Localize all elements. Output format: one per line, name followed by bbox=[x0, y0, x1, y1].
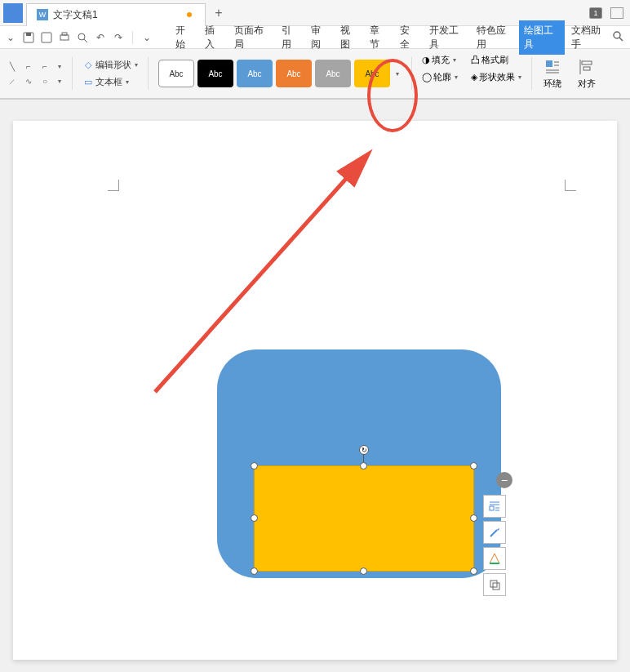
menu-page-layout[interactable]: 页面布局 bbox=[229, 20, 275, 55]
document-page[interactable]: ↻ − bbox=[13, 121, 617, 660]
format-painter-label: 格式刷 bbox=[481, 54, 508, 66]
menu-doc-assistant[interactable]: 文档助手 bbox=[566, 20, 612, 55]
shape-button[interactable] bbox=[483, 547, 506, 570]
menu-chapter[interactable]: 章节 bbox=[365, 20, 393, 55]
align-label: 对齐 bbox=[578, 78, 596, 90]
resize-handle-mr[interactable] bbox=[470, 514, 477, 522]
resize-handle-tc[interactable] bbox=[360, 462, 367, 470]
loop-shape-icon[interactable]: ○ bbox=[38, 74, 52, 87]
shape-lines-group: ╲ ⌐ ⌐ ▾ ⟋ ∿ ○ ▾ bbox=[5, 52, 65, 95]
wrap-label: 环绕 bbox=[543, 78, 561, 90]
svg-rect-15 bbox=[583, 67, 590, 70]
style-yellow[interactable]: Abc bbox=[354, 60, 390, 87]
dropdown-icon[interactable]: ⌄ bbox=[3, 30, 18, 45]
curve-shape-icon[interactable]: ⟋ bbox=[5, 74, 20, 87]
window-control-icon[interactable] bbox=[610, 7, 623, 19]
collapse-button[interactable]: − bbox=[496, 472, 512, 488]
svg-rect-19 bbox=[490, 506, 494, 510]
edit-button[interactable] bbox=[483, 521, 506, 544]
fill-icon: ◑ bbox=[422, 55, 430, 65]
align-icon bbox=[578, 58, 596, 76]
menu-references[interactable]: 引用 bbox=[277, 20, 304, 55]
fill-outline-group: ◑填充▾ ◯轮廓▾ bbox=[419, 52, 461, 95]
search-icon[interactable] bbox=[612, 30, 623, 44]
wrap-icon bbox=[543, 58, 561, 76]
svg-line-6 bbox=[84, 39, 87, 42]
svg-rect-26 bbox=[490, 581, 497, 587]
margin-corner-tl-icon bbox=[108, 180, 119, 191]
style-gray[interactable]: Abc bbox=[315, 60, 351, 87]
wrap-button[interactable]: 环绕 bbox=[539, 52, 566, 95]
align-button[interactable]: 对齐 bbox=[573, 52, 601, 95]
resize-handle-bl[interactable] bbox=[251, 567, 258, 575]
svg-rect-3 bbox=[60, 35, 69, 40]
print-icon[interactable] bbox=[57, 30, 72, 45]
text-box-button[interactable]: ▭文本框▾ bbox=[79, 74, 141, 90]
effect-icon: ◈ bbox=[471, 72, 477, 82]
style-black[interactable]: Abc bbox=[197, 60, 233, 87]
shape-effect-button[interactable]: ◈形状效果▾ bbox=[468, 69, 525, 85]
menu-dev-tools[interactable]: 开发工具 bbox=[424, 20, 470, 55]
ribbon: ╲ ⌐ ⌐ ▾ ⟋ ∿ ○ ▾ ◇编辑形状▾ ▭文本框▾ Abc Abc Abc… bbox=[0, 49, 630, 100]
svg-line-8 bbox=[619, 38, 623, 41]
fill-label: 填充 bbox=[432, 54, 450, 66]
svg-point-5 bbox=[78, 33, 85, 40]
more-styles-icon[interactable]: ▾ bbox=[393, 70, 402, 78]
menu-drawing-tools[interactable]: 绘图工具 bbox=[519, 20, 565, 55]
redo-icon[interactable]: ↷ bbox=[111, 30, 126, 45]
resize-handle-tr[interactable] bbox=[470, 462, 477, 470]
rectangle-shape-selected[interactable]: ↻ bbox=[254, 465, 474, 572]
document-tab[interactable]: W 文字文稿1 bbox=[26, 3, 206, 26]
style-blue[interactable]: Abc bbox=[237, 60, 273, 87]
format-effect-group: 凸格式刷 ◈形状效果▾ bbox=[468, 52, 525, 95]
print-preview-icon[interactable] bbox=[75, 30, 90, 45]
svg-rect-27 bbox=[493, 583, 499, 590]
menu-view[interactable]: 视图 bbox=[335, 20, 363, 55]
style-orange[interactable]: Abc bbox=[276, 60, 312, 87]
rotate-handle[interactable]: ↻ bbox=[359, 445, 369, 455]
menu-special[interactable]: 特色应用 bbox=[472, 20, 517, 55]
style-white[interactable]: Abc bbox=[158, 60, 194, 87]
more-shapes-icon[interactable]: ▾ bbox=[54, 74, 65, 87]
resize-handle-tl[interactable] bbox=[251, 462, 258, 470]
outline-button[interactable]: ◯轮廓▾ bbox=[419, 69, 461, 85]
fill-button[interactable]: ◑填充▾ bbox=[419, 52, 461, 68]
app-icon bbox=[3, 3, 23, 23]
edit-group: ◇编辑形状▾ ▭文本框▾ bbox=[79, 52, 141, 95]
brush-icon: 凸 bbox=[471, 54, 480, 66]
resize-handle-br[interactable] bbox=[470, 567, 477, 575]
svg-rect-9 bbox=[546, 60, 552, 67]
svg-rect-1 bbox=[26, 33, 31, 36]
more-lines-icon[interactable]: ▾ bbox=[54, 60, 65, 73]
svg-marker-24 bbox=[490, 554, 499, 563]
tab-title: 文字文稿1 bbox=[53, 8, 187, 22]
save-icon[interactable] bbox=[21, 30, 36, 45]
elbow-shape-icon[interactable]: ⌐ bbox=[21, 60, 36, 73]
resize-handle-bc[interactable] bbox=[360, 567, 367, 575]
notification-badge[interactable]: 1 bbox=[589, 7, 602, 19]
text-box-icon: ▭ bbox=[82, 77, 94, 88]
line-shape-icon[interactable]: ╲ bbox=[5, 60, 20, 73]
unsaved-indicator-icon bbox=[187, 12, 192, 17]
svg-point-7 bbox=[614, 32, 620, 38]
menu-review[interactable]: 审阅 bbox=[306, 20, 334, 55]
save-as-icon[interactable] bbox=[39, 30, 54, 45]
arc-shape-icon[interactable]: ∿ bbox=[21, 74, 36, 87]
menu-security[interactable]: 安全 bbox=[395, 20, 423, 55]
edit-shape-icon: ◇ bbox=[82, 60, 94, 71]
undo-icon[interactable]: ↶ bbox=[93, 30, 108, 45]
copy-button[interactable] bbox=[483, 573, 506, 596]
connector-icon[interactable]: ⌐ bbox=[38, 60, 52, 73]
shape-styles-gallery: Abc Abc Abc Abc Abc Abc ▾ bbox=[155, 52, 405, 95]
floating-toolbar: − bbox=[483, 472, 512, 596]
resize-handle-ml[interactable] bbox=[251, 514, 258, 522]
svg-rect-14 bbox=[582, 61, 592, 65]
layout-options-button[interactable] bbox=[483, 495, 506, 518]
svg-line-22 bbox=[490, 530, 497, 536]
format-painter-button[interactable]: 凸格式刷 bbox=[468, 52, 525, 68]
canvas-area[interactable]: ↻ − bbox=[0, 100, 630, 672]
new-tab-button[interactable]: + bbox=[206, 6, 232, 20]
dropdown2-icon[interactable]: ⌄ bbox=[140, 30, 154, 45]
edit-shape-button[interactable]: ◇编辑形状▾ bbox=[79, 57, 141, 73]
menu-items: 开始 插入 页面布局 引用 审阅 视图 章节 安全 开发工具 特色应用 绘图工具… bbox=[171, 20, 612, 55]
